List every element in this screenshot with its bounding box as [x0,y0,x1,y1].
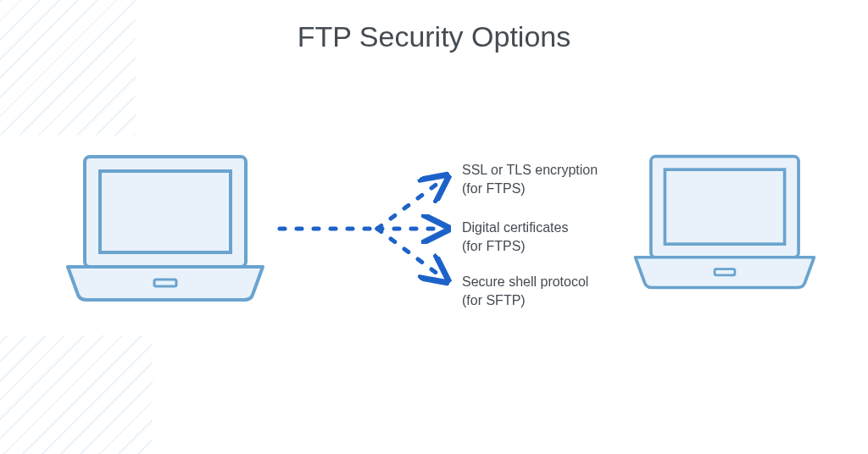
decorative-hatch-bottom-left [0,335,153,454]
option-ssh-protocol: Secure shell protocol (for SFTP) [462,273,588,309]
option-label: Secure shell protocol [462,273,588,291]
connector-branch-bottom [377,229,445,280]
option-label: Digital certificates [462,219,568,237]
laptop-client-icon [59,152,271,305]
option-ssl-tls: SSL or TLS encryption (for FTPS) [462,161,598,197]
laptop-server-icon [627,152,822,292]
connector-branch-top [377,178,445,229]
option-sublabel: (for FTPS) [462,237,568,256]
svg-rect-1 [100,171,231,252]
option-sublabel: (for FTPS) [462,180,598,198]
option-sublabel: (for SFTP) [462,291,588,310]
option-digital-certificates: Digital certificates (for FTPS) [462,219,568,255]
svg-rect-4 [665,169,784,244]
diagram-title: FTP Security Options [0,20,868,53]
option-label: SSL or TLS encryption [462,161,598,180]
